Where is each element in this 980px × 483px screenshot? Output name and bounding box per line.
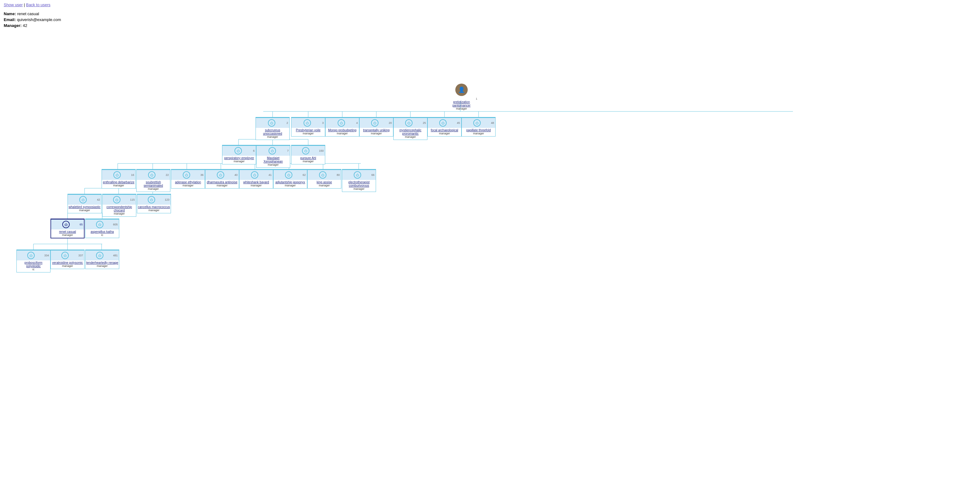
node-name-link[interactable]: whalebird symoosiastic xyxy=(68,205,101,209)
node-name-link[interactable]: tenderheartedly renage xyxy=(86,261,118,264)
node-name-link[interactable]: purpure Ahl xyxy=(292,156,324,160)
node-adjutantship: ⏻ 62 adjutantship jasponyx manager xyxy=(273,169,307,189)
node-tenderheartedly: ⏻ 481 tenderheartedly renage manager xyxy=(85,249,119,269)
node-role: manager xyxy=(52,234,83,237)
node-header: ⏻ 6 xyxy=(223,146,256,156)
org-tree-container[interactable]: 👤 1 prelotization pantomancer manager ⏻ … xyxy=(0,31,980,474)
node-soubrettish: ⏻ 22 soubrettish semianimated manager xyxy=(136,169,170,192)
node-body: renet casual manager xyxy=(51,229,84,238)
node-header: ⏻ 36 xyxy=(171,170,205,180)
node-whiteshank: ⏻ 41 whiteshank bayard manager xyxy=(239,169,273,189)
node-body: whiteshank bayard manager xyxy=(239,180,273,188)
node-name-link[interactable]: probosciform polyploidic xyxy=(18,261,49,268)
manager-value: 42 xyxy=(22,23,27,28)
node-header: ⏻ 4 xyxy=(326,118,359,128)
node-mongo: ⏻ 4 Mongo probudgeting manager xyxy=(325,117,359,137)
power-icon: ⏻ xyxy=(96,221,103,228)
node-body: papillate threefold manager xyxy=(462,128,495,136)
node-name-link[interactable]: adjutantship jasponyx xyxy=(274,181,306,184)
node-role: manager xyxy=(428,132,461,135)
node-name-link[interactable]: soubrettish semianimated xyxy=(137,181,169,187)
node-header: ⏻ 7 xyxy=(256,146,290,156)
node-header: ⏻ 80 xyxy=(307,170,341,180)
node-body: correspondentship chocard manager xyxy=(102,205,136,216)
power-icon: ⏻ xyxy=(371,119,379,127)
back-to-users-link[interactable]: Back to users xyxy=(26,3,51,7)
node-name-link[interactable]: focal archaeological xyxy=(428,129,461,132)
email-label: Email: xyxy=(4,17,16,22)
node-name-link[interactable]: adenase ethylation xyxy=(172,181,204,184)
node-name-link[interactable]: correspondentship chocard xyxy=(103,205,135,212)
node-name-link[interactable]: Maxdaiet Xenophanean xyxy=(257,156,289,163)
node-role: manager xyxy=(308,184,340,187)
node-presbyterian: ⏻ 3 Presbyterian voile manager xyxy=(291,117,325,137)
node-name-link[interactable]: whiteshank bayard xyxy=(240,181,272,184)
power-icon: ⏻ xyxy=(302,147,309,154)
node-body: focal archaeological manager xyxy=(428,128,461,136)
power-icon: ⏻ xyxy=(234,147,242,154)
node-role: manager xyxy=(223,160,255,163)
node-header: ⏻ 115 xyxy=(102,195,136,205)
user-manager-field: Manager: 42 xyxy=(4,23,976,28)
node-name-link[interactable]: cancellus macrococcus xyxy=(138,205,170,209)
node-name-link[interactable]: Mongo probudgeting xyxy=(326,129,358,132)
node-perspiratory: ⏻ 6 perspiratory employer manager xyxy=(222,145,256,164)
node-role: manager xyxy=(240,184,272,187)
node-header: ⏻ 62 xyxy=(274,170,307,180)
node-body: tenderheartedly renage manager xyxy=(86,261,119,269)
root-node-name[interactable]: prelotization pantomancer xyxy=(444,100,479,107)
node-cancellus: ⏻ 123 cancellus macrococcus manager xyxy=(137,194,171,213)
user-name-field: Name: renet casual xyxy=(4,11,976,16)
node-role: manager xyxy=(292,132,324,135)
node-header: ⏻ 334 xyxy=(17,251,50,261)
power-icon: ⏻ xyxy=(439,119,447,127)
node-header: ⏻ 150 xyxy=(291,146,325,156)
tree-connectors xyxy=(3,34,963,467)
nav-separator: | xyxy=(24,3,25,7)
node-name-link[interactable]: papillate threefold xyxy=(463,129,495,132)
node-header: ⏻ 481 xyxy=(86,251,119,261)
power-icon: ⏻ xyxy=(27,252,35,259)
node-role: manager xyxy=(343,187,375,191)
node-body: transeptally uniking manager xyxy=(360,128,393,136)
show-user-link[interactable]: Show user xyxy=(4,3,22,7)
node-name-link[interactable]: electrotherapist comburivorous xyxy=(343,181,375,187)
node-header: ⏻ 337 xyxy=(51,251,84,261)
node-name-link[interactable]: veratroidine polysomic xyxy=(51,261,84,264)
node-name-link[interactable]: mystiencephalic proromantic xyxy=(394,129,426,135)
power-icon: ⏻ xyxy=(183,171,190,179)
node-name-link[interactable]: aspergillus katha xyxy=(86,230,118,234)
node-name-link[interactable]: dharmasutra antinoise xyxy=(206,181,238,184)
root-node: 👤 1 prelotization pantomancer manager xyxy=(444,84,479,110)
power-icon: ⏻ xyxy=(62,221,70,228)
node-header: ⏻ 20 xyxy=(360,118,393,128)
node-name-link[interactable]: renet casual xyxy=(52,230,83,234)
node-name-link[interactable]: king assise xyxy=(308,181,340,184)
node-header: ⏻ 48 xyxy=(462,118,495,128)
node-body: Maxdaiet Xenophanean manager xyxy=(256,156,290,167)
node-transeptally: ⏻ 20 transeptally uniking manager xyxy=(359,117,393,137)
node-body: subcrureus unoccasioned manager xyxy=(256,128,289,140)
node-name-link[interactable]: subcrureus unoccasioned xyxy=(256,129,289,135)
node-role: manager xyxy=(137,187,169,191)
node-role: manager xyxy=(292,160,324,163)
node-body: whalebird symoosiastic manager xyxy=(68,205,101,213)
node-subcrureus: ⏻ 2 subcrureus unoccasioned manager xyxy=(256,117,290,140)
node-role: manager xyxy=(138,209,170,212)
user-avatar: 👤 xyxy=(455,84,468,96)
power-icon: ⏻ xyxy=(217,171,224,179)
node-role: manager xyxy=(326,132,358,135)
node-name-link[interactable]: perspiratory employer xyxy=(223,156,255,160)
node-whalebird: ⏻ 42 whalebird symoosiastic manager xyxy=(67,194,102,213)
node-purpure: ⏻ 150 purpure Ahl manager xyxy=(291,145,325,164)
node-body: enthralling debarbarize manager xyxy=(102,180,135,188)
node-focal: ⏻ 45 focal archaeological manager xyxy=(428,117,461,137)
node-role: ic xyxy=(86,234,118,237)
node-name-link[interactable]: enthralling debarbarize xyxy=(102,181,135,184)
power-icon: ⏻ xyxy=(79,196,87,203)
node-name-link[interactable]: Presbyterian voile xyxy=(292,129,324,132)
node-role: manager xyxy=(274,184,306,187)
name-label: Name: xyxy=(4,11,16,16)
node-header: ⏻ 123 xyxy=(137,195,171,205)
node-name-link[interactable]: transeptally uniking xyxy=(360,129,393,132)
